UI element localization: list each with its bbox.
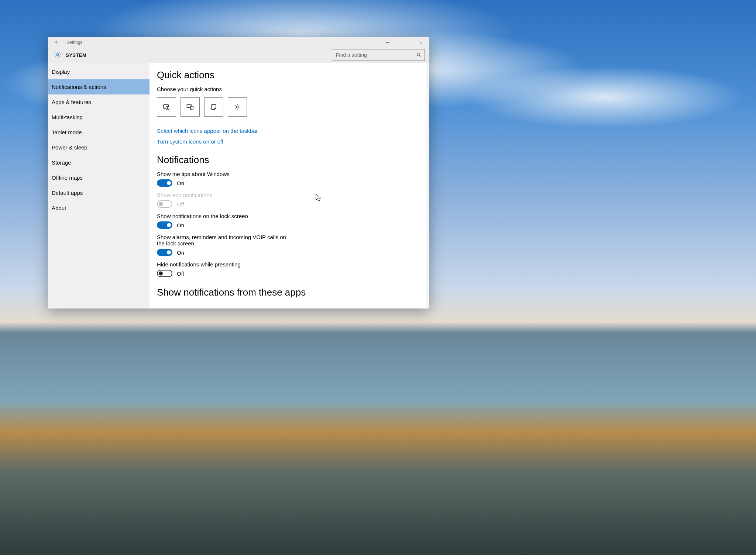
- toggle-label: Show me tips about Windows: [157, 171, 290, 177]
- toggle-label: Show alarms, reminders and incoming VOIP…: [157, 234, 290, 247]
- scrollbar-thumb[interactable]: [426, 80, 429, 279]
- sidebar-item-default-apps[interactable]: Default apps: [48, 185, 150, 200]
- toggle-alarms-voip: Show alarms, reminders and incoming VOIP…: [157, 234, 290, 256]
- settings-gear-icon: [54, 51, 61, 59]
- sidebar-item-label: Apps & features: [52, 99, 91, 105]
- quick-action-note[interactable]: [204, 97, 223, 117]
- sidebar-item-label: Default apps: [52, 190, 83, 196]
- content-pane: Quick actions Choose your quick actions: [150, 63, 429, 308]
- toggle-state: Off: [177, 201, 184, 207]
- sidebar-item-display[interactable]: Display: [48, 64, 150, 79]
- back-button[interactable]: [48, 39, 64, 46]
- sidebar-item-label: Multi-tasking: [52, 114, 83, 120]
- section-heading-quick-actions: Quick actions: [157, 69, 419, 81]
- toggle-tips: Show me tips about Windows On: [157, 171, 290, 187]
- sidebar-item-label: Notifications & actions: [52, 84, 106, 90]
- sidebar-item-offline-maps[interactable]: Offline maps: [48, 170, 150, 185]
- svg-line-7: [419, 55, 420, 56]
- sidebar-item-label: Offline maps: [52, 175, 83, 181]
- svg-point-13: [237, 106, 238, 108]
- toggle-state: Off: [177, 270, 184, 277]
- sidebar-item-label: Display: [52, 69, 70, 75]
- toggle-label: Hide notifications while presenting: [157, 261, 290, 268]
- sidebar-item-apps-features[interactable]: Apps & features: [48, 94, 150, 110]
- header-bar: SYSTEM: [48, 48, 429, 63]
- toggle-hide-presenting: Hide notifications while presenting Off: [157, 261, 290, 277]
- sidebar-item-label: Power & sleep: [52, 144, 87, 151]
- quick-actions-subtext: Choose your quick actions: [157, 86, 419, 92]
- sidebar-item-tablet-mode[interactable]: Tablet mode: [48, 125, 150, 140]
- search-input[interactable]: [332, 52, 425, 58]
- toggle-label: Show notifications on the lock screen: [157, 213, 290, 219]
- search-box[interactable]: [332, 49, 425, 61]
- window-title: Settings: [64, 40, 82, 45]
- titlebar[interactable]: Settings: [48, 37, 429, 48]
- close-button[interactable]: [413, 37, 429, 48]
- toggle-switch[interactable]: [157, 270, 172, 277]
- sidebar-item-storage[interactable]: Storage: [48, 155, 150, 170]
- section-heading-app-notifications: Show notifications from these apps: [157, 287, 419, 298]
- quick-action-tablet-mode[interactable]: [157, 97, 176, 117]
- link-taskbar-icons[interactable]: Select which icons appear on the taskbar: [157, 128, 419, 134]
- svg-point-12: [192, 109, 192, 109]
- toggle-state: On: [177, 180, 184, 186]
- toggle-label: Show app notifications: [157, 192, 290, 198]
- sidebar-item-label: Tablet mode: [52, 129, 82, 135]
- toggle-switch[interactable]: [157, 221, 172, 229]
- search-icon: [416, 52, 422, 59]
- toggle-switch[interactable]: [157, 249, 172, 256]
- toggle-lockscreen-notifications: Show notifications on the lock screen On: [157, 213, 290, 229]
- settings-window: Settings SYSTEM Display No: [48, 37, 429, 308]
- sidebar-item-multitasking[interactable]: Multi-tasking: [48, 110, 150, 125]
- page-heading: SYSTEM: [66, 52, 86, 58]
- sidebar-item-label: About: [52, 205, 66, 211]
- sidebar-item-label: Storage: [52, 159, 71, 166]
- svg-rect-2: [403, 41, 406, 44]
- sidebar-item-power-sleep[interactable]: Power & sleep: [48, 140, 150, 155]
- sidebar-item-about[interactable]: About: [48, 200, 150, 216]
- svg-point-6: [417, 53, 420, 56]
- toggle-app-notifications: Show app notifications Off: [157, 192, 290, 208]
- quick-action-connect[interactable]: [181, 97, 200, 117]
- link-system-icons[interactable]: Turn system icons on or off: [157, 138, 419, 145]
- quick-actions-row: [157, 97, 419, 117]
- sidebar: Display Notifications & actions Apps & f…: [48, 63, 150, 308]
- section-heading-notifications: Notifications: [157, 154, 419, 166]
- toggle-switch[interactable]: [157, 179, 172, 187]
- svg-point-5: [56, 54, 58, 55]
- quick-action-all-settings[interactable]: [228, 97, 247, 117]
- sidebar-item-notifications-actions[interactable]: Notifications & actions: [48, 79, 150, 94]
- minimize-button[interactable]: [379, 37, 396, 48]
- toggle-state: On: [177, 222, 184, 228]
- toggle-switch: [157, 200, 172, 208]
- maximize-button[interactable]: [396, 37, 413, 48]
- toggle-state: On: [177, 249, 184, 256]
